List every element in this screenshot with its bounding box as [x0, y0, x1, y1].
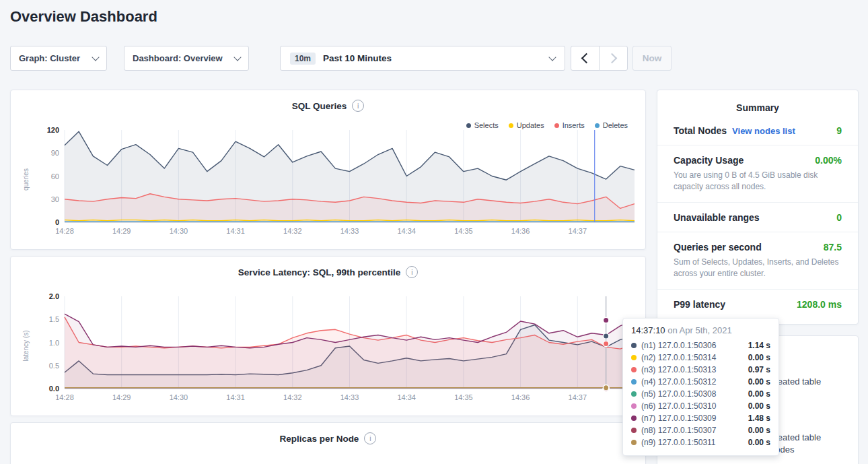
node-address: (n6) 127.0.0.1:50310 [641, 401, 716, 411]
svg-text:1.5: 1.5 [49, 315, 59, 323]
svg-text:14:28: 14:28 [55, 227, 74, 235]
tooltip-node-row: (n9) 127.0.0.1:503110.00 s [631, 436, 770, 449]
node-address: (n8) 127.0.0.1:50307 [641, 426, 716, 435]
sql-queries-chart-card: SQL Queries SelectsUpdatesInsertsDeletes… [10, 90, 646, 250]
svg-text:14:36: 14:36 [511, 227, 530, 235]
summary-label: P99 latency [674, 299, 725, 310]
node-color-dot-icon [631, 403, 637, 409]
tooltip-node-row: (n4) 127.0.0.1:503120.00 s [631, 376, 770, 388]
node-latency-value: 0.00 s [748, 426, 770, 435]
dashboard-label: Dashboard: Overview [133, 53, 223, 63]
service-latency-plot[interactable]: 14:2814:2914:3014:3114:3214:3314:3414:35… [27, 290, 643, 403]
overview-dashboard-page: Overview Dashboard Graph: Cluster Dashbo… [0, 0, 868, 464]
graph-scope-label: Graph: Cluster [19, 53, 80, 63]
summary-description: Sum of Selects, Updates, Inserts, and De… [674, 257, 842, 280]
service-latency-chart-card: Service Latency: SQL, 99th percentile la… [10, 256, 646, 416]
view-nodes-list-link[interactable]: View nodes list [732, 126, 795, 136]
svg-text:14:35: 14:35 [454, 393, 473, 401]
svg-text:14:28: 14:28 [55, 393, 74, 401]
time-range-label: Past 10 Minutes [323, 53, 392, 63]
node-color-dot-icon [631, 343, 637, 348]
info-icon[interactable] [364, 432, 376, 444]
summary-row-total-nodes: Total Nodes View nodes list 9 [657, 116, 858, 145]
info-icon[interactable] [406, 266, 418, 278]
summary-row-queries-per-second: Queries per second 87.5 Sum of Selects, … [657, 232, 858, 289]
tooltip-node-row: (n1) 127.0.0.1:503061.14 s [631, 339, 770, 352]
sql-queries-plot[interactable]: 14:2814:2914:3014:3114:3214:3314:3414:35… [27, 124, 643, 237]
tooltip-rows: (n1) 127.0.0.1:503061.14 s(n2) 127.0.0.1… [631, 339, 770, 449]
node-color-dot-icon [631, 379, 637, 385]
now-button: Now [632, 46, 672, 71]
time-next-button [599, 46, 628, 71]
summary-row-capacity-usage: Capacity Usage 0.00% You are using 0 B o… [657, 145, 858, 202]
svg-text:14:32: 14:32 [283, 227, 302, 235]
chevron-right-icon [607, 53, 618, 64]
svg-text:14:35: 14:35 [454, 227, 473, 235]
node-latency-value: 0.97 s [748, 365, 770, 374]
node-latency-value: 1.48 s [748, 413, 770, 423]
tooltip-node-row: (n2) 127.0.0.1:503140.00 s [631, 352, 770, 364]
node-latency-value: 0.00 s [748, 377, 770, 387]
chevron-down-icon [233, 53, 241, 61]
summary-panel: Summary Total Nodes View nodes list 9 Ca… [657, 90, 859, 325]
node-color-dot-icon [631, 355, 637, 360]
chart-title: Replicas per Node [280, 434, 359, 444]
chevron-down-icon [548, 53, 556, 61]
tooltip-timestamp: 14:37:10 on Apr 5th, 2021 [631, 325, 770, 335]
node-latency-value: 0.00 s [748, 438, 770, 447]
svg-text:14:31: 14:31 [226, 393, 245, 401]
summary-label: Total Nodes [674, 125, 727, 136]
tooltip-time: 14:37:10 [631, 325, 665, 335]
node-latency-value: 0.00 s [748, 353, 770, 362]
tooltip-node-row: (n3) 127.0.0.1:503130.97 s [631, 364, 770, 376]
svg-text:14:33: 14:33 [340, 227, 359, 235]
time-step-buttons [571, 46, 628, 71]
node-address: (n2) 127.0.0.1:50314 [641, 353, 716, 362]
node-address: (n4) 127.0.0.1:50312 [641, 377, 716, 387]
summary-row-p99-latency: P99 latency 1208.0 ms [657, 289, 858, 319]
svg-text:14:30: 14:30 [170, 393, 188, 401]
summary-value: 0 [836, 212, 842, 223]
chart-hover-tooltip: 14:37:10 on Apr 5th, 2021 (n1) 127.0.0.1… [622, 318, 779, 456]
summary-description: You are using 0 B of 4.5 GiB usable disk… [674, 170, 842, 193]
node-color-dot-icon [631, 440, 637, 445]
svg-text:14:37: 14:37 [569, 227, 587, 235]
svg-text:2.0: 2.0 [49, 292, 59, 300]
chart-title: SQL Queries [292, 101, 347, 111]
tooltip-node-row: (n7) 127.0.0.1:503091.48 s [631, 412, 770, 424]
time-prev-button[interactable] [571, 46, 600, 71]
tooltip-date: on Apr 5th, 2021 [667, 325, 731, 335]
tooltip-node-row: (n6) 127.0.0.1:503100.00 s [631, 400, 770, 412]
svg-text:0: 0 [55, 218, 59, 226]
svg-text:14:33: 14:33 [340, 393, 359, 401]
svg-text:0.5: 0.5 [49, 362, 59, 370]
tooltip-node-row: (n5) 127.0.0.1:503080.00 s [631, 388, 770, 400]
node-latency-value: 0.00 s [748, 389, 770, 399]
node-color-dot-icon [631, 416, 637, 421]
svg-text:14:30: 14:30 [170, 227, 188, 235]
svg-text:14:34: 14:34 [397, 227, 416, 235]
svg-text:120: 120 [47, 126, 59, 134]
summary-row-unavailable-ranges: Unavailable ranges 0 [657, 202, 858, 232]
summary-label: Unavailable ranges [674, 212, 760, 223]
svg-text:60: 60 [51, 172, 59, 180]
chart-title: Service Latency: SQL, 99th percentile [238, 267, 401, 277]
time-range-picker[interactable]: 10m Past 10 Minutes [280, 46, 565, 71]
summary-value: 0.00% [815, 155, 842, 166]
node-latency-value: 0.00 s [748, 401, 770, 411]
replicas-per-node-chart-card: Replicas per Node [10, 422, 646, 464]
node-address: (n1) 127.0.0.1:50306 [641, 341, 716, 350]
page-title: Overview Dashboard [10, 8, 157, 26]
graph-scope-dropdown[interactable]: Graph: Cluster [10, 46, 107, 71]
info-icon[interactable] [352, 100, 364, 112]
dashboard-dropdown[interactable]: Dashboard: Overview [124, 46, 249, 71]
summary-label: Queries per second [674, 242, 762, 253]
summary-value: 1208.0 ms [797, 299, 842, 310]
node-latency-value: 1.14 s [748, 341, 770, 350]
svg-text:30: 30 [51, 195, 59, 203]
chevron-left-icon [581, 53, 592, 64]
svg-text:1.0: 1.0 [49, 339, 59, 347]
node-address: (n5) 127.0.0.1:50308 [641, 389, 716, 399]
node-address: (n7) 127.0.0.1:50309 [641, 413, 716, 423]
svg-text:14:36: 14:36 [511, 393, 530, 401]
